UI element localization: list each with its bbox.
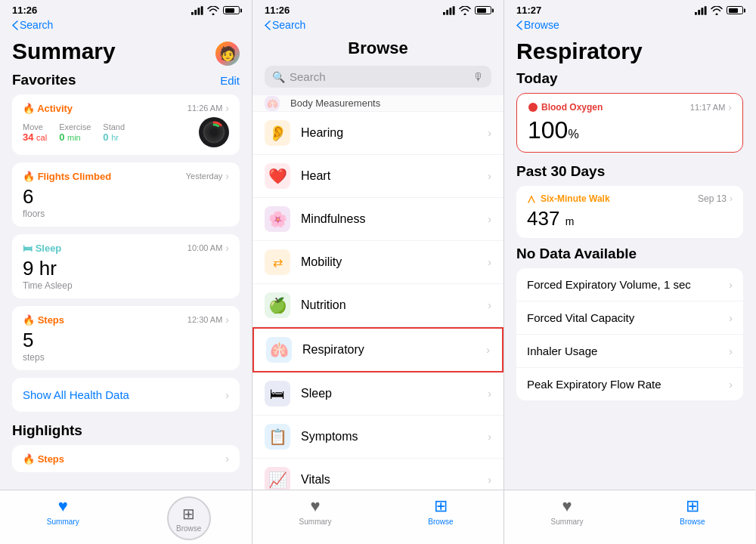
data-item-inhaler[interactable]: Inhaler Usage › <box>516 335 743 368</box>
hearing-label: Hearing <box>301 126 488 140</box>
status-icons-3 <box>695 6 743 15</box>
vitals-icon: 📈 <box>265 467 290 490</box>
back-button-2[interactable]: Search <box>265 19 305 31</box>
nav-bar-3: Browse <box>504 17 755 36</box>
highlight-card[interactable]: 🔥 Steps › <box>12 445 240 472</box>
steps-card[interactable]: 🔥 Steps 12:30 AM › 5 steps <box>12 306 240 370</box>
data-items-list: Forced Expiratory Volume, 1 sec › Forced… <box>516 268 743 400</box>
sleep-card[interactable]: 🛏 Sleep 10:00 AM › 9 hr Time Asleep <box>12 234 240 298</box>
sleep-icon: 🛏 <box>265 381 290 406</box>
browse-tab-label-3: Browse <box>680 518 705 526</box>
heart-chevron: › <box>488 170 491 182</box>
back-button-1[interactable]: Search <box>12 19 53 31</box>
tab-bar-2: ♥ Summary ⊞ Browse <box>253 490 503 544</box>
battery-icon-2 <box>475 6 491 14</box>
list-item-symptoms[interactable]: 📋 Symptoms › <box>253 416 503 459</box>
list-item-heart[interactable]: ❤️ Heart › <box>253 155 503 198</box>
browse-tab-icon-3: ⊞ <box>686 496 699 516</box>
summary-content: Summary 🧑 Favorites Edit 🔥 Activity 11:2… <box>0 36 252 490</box>
mic-icon: 🎙 <box>472 70 484 83</box>
svg-point-17 <box>528 103 538 112</box>
back-button-3[interactable]: Browse <box>516 19 559 31</box>
list-item-mindfulness[interactable]: 🌸 Mindfulness › <box>253 198 503 241</box>
show-all-label: Show All Health Data <box>23 388 129 401</box>
browse-circle[interactable]: ⊞ Browse <box>167 496 211 540</box>
battery-icon-1 <box>223 6 240 14</box>
move-label: Move <box>23 122 47 131</box>
walk-card[interactable]: Six-Minute Walk Sep 13 › 437 m <box>516 186 743 238</box>
summary-tab-label-2: Summary <box>299 518 332 526</box>
list-item-vitals[interactable]: 📈 Vitals › <box>253 459 503 490</box>
svg-rect-11 <box>449 8 451 14</box>
walk-value: 437 m <box>527 207 733 230</box>
data-item-fev-label: Forced Expiratory Volume, 1 sec <box>527 278 691 291</box>
svg-point-6 <box>209 127 219 138</box>
list-item-nutrition[interactable]: 🍏 Nutrition › <box>253 284 503 327</box>
activity-card[interactable]: 🔥 Activity 11:26 AM › Move 34 cal Exerci… <box>12 94 240 155</box>
summary-tab-label-1: Summary <box>47 518 79 526</box>
tab-summary-1[interactable]: ♥ Summary <box>40 496 85 526</box>
summary-tab-icon-2: ♥ <box>310 496 320 516</box>
list-item-partial[interactable]: 🫁 Body Measurements <box>253 95 503 112</box>
symptoms-chevron: › <box>488 431 491 443</box>
exercise-value: 0 min <box>59 131 91 143</box>
browse-tab-label-2: Browse <box>428 518 453 526</box>
status-icons-2 <box>443 6 491 15</box>
data-item-fev[interactable]: Forced Expiratory Volume, 1 sec › <box>516 268 743 301</box>
sleep-label: Sleep <box>301 387 488 400</box>
mobility-icon: ⇄ <box>265 249 290 275</box>
list-item-mobility[interactable]: ⇄ Mobility › <box>253 241 503 284</box>
summary-tab-label-3: Summary <box>551 518 584 526</box>
data-item-fvc[interactable]: Forced Vital Capacity › <box>516 301 743 335</box>
data-item-fvc-chevron: › <box>729 312 733 324</box>
favorites-title: Favorites <box>12 72 76 88</box>
flights-title: 🔥 Flights Climbed <box>23 171 111 182</box>
browse-list: 🫁 Body Measurements 👂 Hearing › ❤️ Heart… <box>253 95 503 490</box>
list-item-sleep[interactable]: 🛏 Sleep › <box>253 372 503 416</box>
move-value: 34 cal <box>23 131 47 143</box>
status-time-2: 11:26 <box>265 5 290 16</box>
steps-unit: steps <box>23 352 229 363</box>
vitals-chevron: › <box>488 474 491 486</box>
wifi-icon-1 <box>207 6 219 15</box>
status-icons-1 <box>191 6 240 15</box>
flights-card[interactable]: 🔥 Flights Climbed Yesterday › 6 floors <box>12 162 240 227</box>
status-bar-3: 11:27 <box>504 0 755 17</box>
svg-rect-16 <box>705 6 707 14</box>
svg-rect-12 <box>453 6 455 14</box>
signal-icon-2 <box>443 6 455 15</box>
tab-summary-3[interactable]: ♥ Summary <box>544 496 590 526</box>
data-item-inhaler-label: Inhaler Usage <box>527 345 597 357</box>
tab-summary-2[interactable]: ♥ Summary <box>293 496 338 526</box>
respiratory-chevron: › <box>486 344 490 356</box>
blood-oxygen-title: Blood Oxygen <box>528 102 603 113</box>
battery-icon-3 <box>727 6 743 14</box>
avatar-1[interactable]: 🧑 <box>215 42 240 66</box>
activity-chevron: › <box>225 102 229 114</box>
nutrition-label: Nutrition <box>301 298 488 312</box>
blood-oxygen-card[interactable]: Blood Oxygen 11:17 AM › 100% <box>516 93 743 153</box>
walk-title: Six-Minute Walk <box>527 193 610 204</box>
list-item-hearing[interactable]: 👂 Hearing › <box>253 112 503 155</box>
past30-title: Past 30 Days <box>516 163 743 180</box>
respiratory-icon: 🫁 <box>266 337 292 363</box>
respiratory-panel: 11:27 Browse Respiratory <box>503 0 755 544</box>
activity-ring <box>199 117 229 147</box>
svg-rect-9 <box>443 11 445 14</box>
svg-rect-1 <box>194 10 197 15</box>
search-bar[interactable]: 🔍 Search 🎙 <box>265 66 491 88</box>
show-all-card[interactable]: Show All Health Data › <box>12 378 240 412</box>
edit-button[interactable]: Edit <box>220 74 240 87</box>
svg-rect-14 <box>698 10 700 15</box>
tab-browse-1[interactable]: ⊞ Browse <box>166 496 212 540</box>
data-item-peak[interactable]: Peak Expiratory Flow Rate › <box>516 368 743 400</box>
status-bar-1: 11:26 <box>0 0 252 17</box>
flights-unit: floors <box>23 209 229 219</box>
tab-browse-2[interactable]: ⊞ Browse <box>418 496 463 526</box>
data-item-fev-chevron: › <box>729 279 733 291</box>
list-item-respiratory[interactable]: 🫁 Respiratory › <box>253 327 503 372</box>
page-title-1: Summary <box>12 39 116 64</box>
tab-browse-3[interactable]: ⊞ Browse <box>670 496 715 526</box>
svg-rect-13 <box>695 11 697 14</box>
browse-title: Browse <box>253 36 503 66</box>
